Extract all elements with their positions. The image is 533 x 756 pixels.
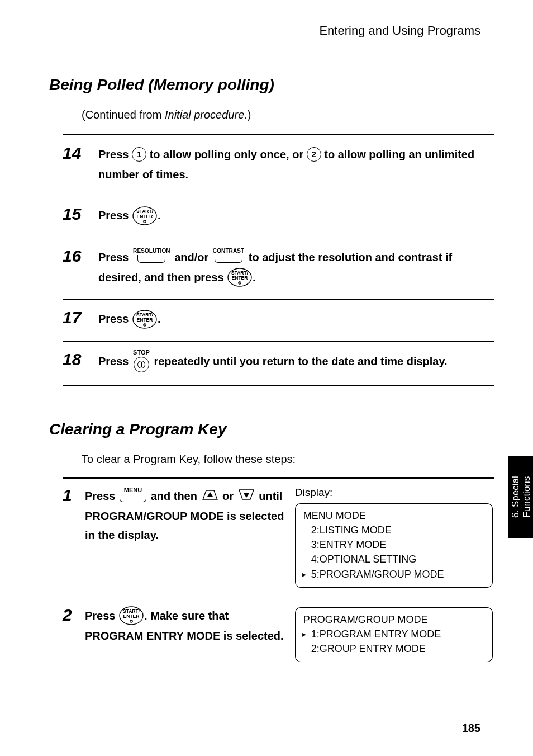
display-label: Display: bbox=[295, 486, 493, 499]
display-box-1: MENU MODE 2:LISTING MODE 3:ENTRY MODE 4:… bbox=[295, 503, 493, 587]
svg-text:ENTER: ENTER bbox=[137, 214, 153, 219]
resolution-key-label: RESOLUTION bbox=[133, 248, 170, 254]
display-box-2: PROGRAM/GROUP MODE 1:PROGRAM ENTRY MODE … bbox=[295, 607, 493, 662]
step-16: 16 Press RESOLUTION and/or CONTRAST to a… bbox=[63, 238, 494, 300]
step-18-text-b: repeatedly until you return to the date … bbox=[154, 355, 447, 367]
section2-intro: To clear a Program Key, follow these ste… bbox=[82, 453, 494, 466]
svg-text:ENTER: ENTER bbox=[137, 317, 153, 323]
start-enter-key-icon: START/ENTER bbox=[118, 606, 144, 626]
clear-step-1: 1 Press MENU and then or unt bbox=[63, 478, 494, 597]
menu-key-icon: MENU bbox=[120, 487, 146, 502]
chapter-tab: 6. SpecialFunctions bbox=[508, 456, 533, 538]
start-enter-key-icon: START/ENTER bbox=[227, 267, 253, 287]
section-title-being-polled: Being Polled (Memory polling) bbox=[49, 76, 494, 94]
step-17-text-a: Press bbox=[98, 313, 132, 325]
svg-text:ENTER: ENTER bbox=[123, 613, 140, 619]
chapter-tab-label: 6. SpecialFunctions bbox=[510, 476, 531, 518]
step-18: 18 Press STOP repeatedly until you retur… bbox=[63, 341, 494, 385]
resolution-key-icon: RESOLUTION bbox=[133, 248, 170, 263]
stop-key-icon: STOP bbox=[133, 349, 150, 372]
step-14-text-b: to allow polling only once, or bbox=[150, 148, 307, 160]
step-14: 14 Press 1 to allow polling only once, o… bbox=[63, 135, 494, 196]
contrast-key-icon: CONTRAST bbox=[213, 248, 244, 263]
continued-suffix: .) bbox=[244, 108, 251, 121]
clear-step-1-text-a: Press bbox=[85, 490, 118, 502]
step-16-text-d: . bbox=[253, 271, 256, 284]
clear-step-1-text-b: and then bbox=[151, 490, 201, 502]
step-14-text-a: Press bbox=[98, 148, 132, 160]
display-2-line-3: 2:GROUP ENTRY MODE bbox=[311, 641, 484, 656]
up-arrow-key-icon bbox=[201, 488, 220, 507]
step-17-text-b: . bbox=[158, 313, 161, 325]
clear-step-2-number: 2 bbox=[63, 606, 85, 662]
step-18-text-a: Press bbox=[98, 355, 132, 367]
display-1-line-3: 3:ENTRY MODE bbox=[311, 537, 484, 552]
page-header-section: Entering and Using Programs bbox=[49, 23, 494, 38]
page-number: 185 bbox=[462, 722, 480, 735]
clear-step-2-text-a: Press bbox=[85, 609, 118, 622]
one-key-icon: 1 bbox=[132, 147, 146, 162]
clear-step-1-text-c: or bbox=[222, 490, 237, 502]
display-1-line-1: MENU MODE bbox=[303, 508, 484, 523]
contrast-key-label: CONTRAST bbox=[213, 248, 244, 254]
clear-step-1-number: 1 bbox=[63, 486, 85, 587]
step-16-text-a: Press bbox=[98, 251, 132, 263]
two-key-icon: 2 bbox=[307, 147, 321, 162]
down-arrow-key-icon bbox=[237, 488, 256, 507]
stop-key-label: STOP bbox=[133, 349, 150, 356]
continued-prefix: (Continued from bbox=[82, 108, 165, 121]
start-enter-key-icon: START/ENTER bbox=[132, 206, 158, 226]
step-16-number: 16 bbox=[63, 247, 98, 265]
step-17: 17 Press START/ENTER . bbox=[63, 299, 494, 341]
step-15-text-a: Press bbox=[98, 209, 132, 221]
step-16-text-b: and/or bbox=[174, 251, 212, 263]
display-2-line-2: 1:PROGRAM ENTRY MODE bbox=[303, 627, 484, 641]
display-1-line-2: 2:LISTING MODE bbox=[311, 523, 484, 537]
svg-text:ENTER: ENTER bbox=[232, 275, 248, 281]
start-enter-key-icon: START/ENTER bbox=[132, 309, 158, 329]
section-title-clearing: Clearing a Program Key bbox=[49, 420, 494, 438]
continued-ital: Initial procedure bbox=[165, 108, 244, 121]
display-1-line-4: 4:OPTIONAL SETTING bbox=[311, 552, 484, 566]
clear-step-2: 2 Press START/ENTER . Make sure that PRO… bbox=[63, 598, 494, 672]
step-18-number: 18 bbox=[63, 351, 98, 368]
step-15: 15 Press START/ENTER . bbox=[63, 196, 494, 238]
step-15-text-b: . bbox=[158, 209, 161, 221]
continued-note: (Continued from Initial procedure.) bbox=[82, 108, 494, 121]
step-15-number: 15 bbox=[63, 205, 98, 223]
display-2-line-1: PROGRAM/GROUP MODE bbox=[303, 612, 484, 627]
display-1-line-5: 5:PROGRAM/GROUP MODE bbox=[303, 567, 484, 582]
menu-key-label: MENU bbox=[124, 487, 142, 494]
step-14-number: 14 bbox=[63, 144, 98, 162]
step-17-number: 17 bbox=[63, 309, 98, 327]
